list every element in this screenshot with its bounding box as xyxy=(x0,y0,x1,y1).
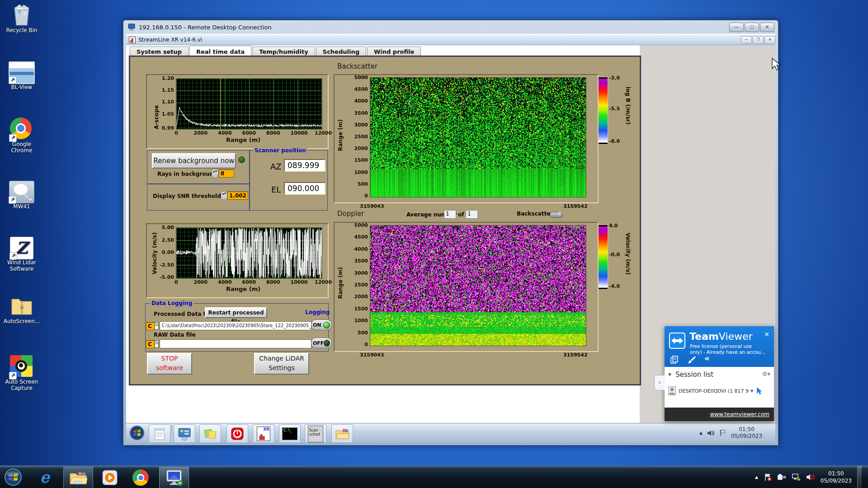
vi-minimize-button[interactable]: — xyxy=(741,36,752,44)
host-taskbar-remote-desktop[interactable] xyxy=(159,467,189,488)
speaker-icon[interactable] xyxy=(707,430,715,436)
show-desktop-button[interactable] xyxy=(857,466,862,488)
spin-down-icon[interactable]: ▼ xyxy=(224,192,226,195)
desktop-icon-autoscreen-zip[interactable]: AutoScreen... xyxy=(0,295,43,324)
snr-spinner[interactable]: ▲▼ xyxy=(221,191,227,200)
browse-icon[interactable] xyxy=(154,322,159,330)
average-current-field[interactable]: 1 xyxy=(444,210,456,219)
el-field[interactable]: 090.000 xyxy=(284,182,326,195)
y-tick-label: 3500 xyxy=(351,110,368,116)
spin-down-icon[interactable]: ▼ xyxy=(215,169,217,173)
remote-quicklaunch-display-settings[interactable] xyxy=(174,424,195,442)
remote-quicklaunch-cmd[interactable]: C:\_ xyxy=(279,424,301,442)
toggle-knob[interactable] xyxy=(557,211,563,218)
vi-title-bar[interactable]: StreamLine XR v14-6.vi — ❐ ✕ xyxy=(126,35,775,45)
action-center-flag-icon[interactable] xyxy=(719,429,726,436)
desktop-icon-auto-screen-capture[interactable]: ↗ Auto Screen Capture xyxy=(0,355,43,391)
renew-background-button[interactable]: Renew background now xyxy=(152,153,236,169)
host-taskbar-windows-explorer[interactable] xyxy=(63,467,93,488)
remote-quicklaunch-notepad[interactable] xyxy=(149,424,170,442)
remote-quicklaunch-sticky-notes[interactable] xyxy=(199,424,221,442)
rdp-close-button[interactable]: ✕ xyxy=(760,23,774,32)
y-tick-label: 4000 xyxy=(351,98,368,104)
raw-drive-box[interactable]: C xyxy=(146,340,155,348)
desktop-icon-wind-lidar[interactable]: Z ↗ Wind Lidar Software xyxy=(0,237,43,272)
remote-quicklaunch-scan-sched[interactable]: Scansched xyxy=(305,424,326,442)
remote-clock[interactable]: 01:50 05/09/2023 xyxy=(731,426,762,440)
host-taskbar-internet-explorer[interactable]: e xyxy=(34,468,55,487)
host-taskbar-media-player[interactable] xyxy=(99,468,120,487)
remote-quicklaunch-folder[interactable] xyxy=(331,424,353,442)
teamviewer-link[interactable]: www.teamviewer.com xyxy=(710,411,769,418)
remote-desktop-icon xyxy=(165,469,183,486)
el-label: EL xyxy=(271,185,281,194)
copy-icon[interactable] xyxy=(670,355,679,364)
desktop-icon-bl-view[interactable]: ↗ BL-View xyxy=(0,61,43,90)
teamviewer-close-icon[interactable]: ✕ xyxy=(764,331,769,338)
tab-wind-profile[interactable]: Wind profile xyxy=(367,47,421,57)
tab-real-time-data[interactable]: Real time data xyxy=(189,46,251,57)
x-tick-label: 6000 xyxy=(242,130,256,136)
collapse-chevrons-icon[interactable]: « xyxy=(704,353,710,363)
change-lidar-settings-button[interactable]: Change LiDARSettings xyxy=(254,353,309,375)
tab-temp-humidity[interactable]: Temp/humidity xyxy=(252,47,315,57)
network-status-icon[interactable] xyxy=(792,473,801,481)
backscatter-section-title: Backscatter xyxy=(337,62,377,70)
tab-system-setup[interactable]: System setup xyxy=(130,47,189,57)
notepad-icon xyxy=(154,427,165,441)
host-taskbar-chrome[interactable] xyxy=(130,468,151,487)
tab-scheduling[interactable]: Scheduling xyxy=(316,47,366,57)
backscatter-cbar-tick-mid: -5.5 xyxy=(609,106,620,112)
doppler-cbar-label: Velocity (m/s) xyxy=(625,233,631,275)
x-tick-label: 8000 xyxy=(266,279,280,285)
volume-muted-icon[interactable] xyxy=(806,473,815,481)
action-center-flag-icon[interactable] xyxy=(764,473,772,481)
rdp-minimize-button[interactable]: — xyxy=(729,23,744,32)
tray-up-arrow-icon[interactable]: ▲ xyxy=(755,475,758,479)
desktop-icon-recycle-bin[interactable]: Recycle Bin xyxy=(0,4,43,33)
stop-software-button[interactable]: STOPsoftware xyxy=(147,353,192,375)
remote-quicklaunch-power[interactable] xyxy=(226,424,248,442)
remote-quicklaunch-labview-xr[interactable]: XR xyxy=(253,424,274,442)
brush-icon[interactable] xyxy=(686,355,696,364)
remote-date: 05/09/2023 xyxy=(731,433,762,439)
velocity-ylabel: Velocity (m/s) xyxy=(151,232,158,274)
restart-processed-file-button[interactable]: Restart processed file xyxy=(205,307,267,318)
tray-up-arrow-icon[interactable]: ▲ xyxy=(699,431,703,435)
desktop-icon-chrome[interactable]: ↗ Google Chrome xyxy=(0,117,43,154)
desktop-icon-mw41[interactable]: ↗ MW41 xyxy=(0,181,43,210)
renew-led xyxy=(238,156,245,163)
browse-icon[interactable] xyxy=(154,340,159,348)
shortcut-arrow-icon: ↗ xyxy=(9,134,17,142)
taskbar-separator xyxy=(171,425,172,442)
connect-pointer-icon[interactable] xyxy=(756,387,763,395)
on-led-icon xyxy=(323,322,330,328)
az-field[interactable]: 089.999 xyxy=(284,159,326,172)
backscatter-toggle[interactable] xyxy=(550,212,563,218)
rdp-title-bar[interactable]: 192.168.0.150 - Remote Desktop Connectio… xyxy=(123,20,778,34)
snr-value[interactable]: 1.002 xyxy=(227,192,248,200)
mouse-cursor xyxy=(771,58,781,71)
rays-value[interactable]: 8 xyxy=(219,169,234,178)
rays-spinner[interactable]: ▲▼ xyxy=(212,169,218,178)
session-dropdown-icon[interactable]: ▼ xyxy=(750,389,753,393)
host-clock[interactable]: 01:50 05/09/2023 xyxy=(821,470,852,484)
raw-path-field[interactable] xyxy=(160,339,311,348)
processed-logging-pill[interactable]: ON xyxy=(311,319,332,330)
processed-path-field[interactable]: C:\Lidar\Data\Proc\2023\202309\20230905\… xyxy=(160,321,311,330)
y-tick-label: 3000 xyxy=(351,270,368,276)
teamviewer-collapse-handle[interactable]: › xyxy=(654,375,665,390)
host-start-button[interactable] xyxy=(3,467,24,487)
session-list-expander-icon[interactable]: ▼ xyxy=(668,372,671,377)
rdp-maximize-button[interactable]: ▢ xyxy=(745,23,759,32)
vi-restore-button[interactable]: ❐ xyxy=(753,36,764,44)
session-settings-gear-icon[interactable]: ⚙▾ xyxy=(762,371,770,377)
vi-close-button[interactable]: ✕ xyxy=(764,36,775,44)
remote-start-button[interactable] xyxy=(128,424,146,441)
y-tick-label: 4000 xyxy=(351,246,368,252)
session-row[interactable]: DESKTOP-OE0QDVI (1 817 937 ▼ xyxy=(668,385,770,397)
processed-drive-box[interactable]: C xyxy=(146,322,155,330)
raw-logging-pill[interactable]: OFF xyxy=(311,338,332,348)
average-total-field[interactable]: 1 xyxy=(466,210,478,219)
battery-power-icon[interactable] xyxy=(777,473,786,481)
